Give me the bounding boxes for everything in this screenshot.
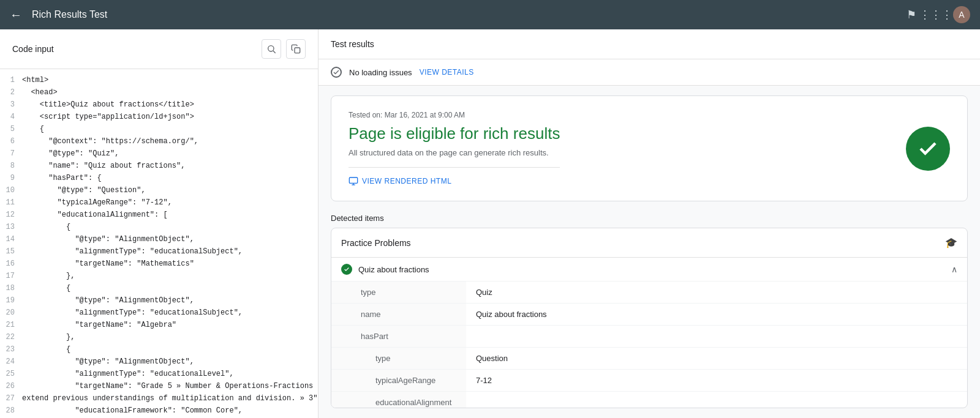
quiz-item-label: Quiz about fractions — [358, 265, 945, 274]
line-number: 27 — [0, 392, 22, 405]
app-title: Rich Results Test — [32, 9, 897, 20]
data-row-val — [466, 392, 967, 408]
data-row-key: typicalAgeRange — [331, 370, 466, 391]
code-line: 24 "@type": "AlignmentObject", — [0, 356, 318, 368]
line-content: "@type": "Quiz", — [22, 147, 318, 160]
detected-items-label: Detected items — [331, 214, 968, 223]
flag-icon[interactable]: ⚑ — [904, 7, 919, 22]
code-line: 23 { — [0, 343, 318, 356]
line-number: 12 — [0, 209, 22, 221]
line-number: 3 — [0, 99, 22, 111]
code-line: 26 "targetName": "Grade 5 » Number & Ope… — [0, 380, 318, 392]
line-number: 1 — [0, 74, 22, 86]
code-line: 15 "alignmentType": "educationalSubject"… — [0, 245, 318, 258]
line-number: 13 — [0, 221, 22, 233]
line-content: }, — [22, 331, 318, 343]
quiz-item-row[interactable]: Quiz about fractions ∧ — [331, 258, 967, 282]
code-line: 2 <head> — [0, 86, 318, 99]
result-card-content: Tested on: Mar 16, 2021 at 9:00 AM Page … — [349, 111, 560, 186]
line-content: "@type": "AlignmentObject", — [22, 356, 318, 368]
line-content: "hasPart": { — [22, 172, 318, 184]
line-content: "@type": "Question", — [22, 184, 318, 196]
line-content: <head> — [22, 86, 318, 99]
line-number: 21 — [0, 319, 22, 331]
topbar: ← Rich Results Test ⚑ ⋮⋮⋮ A — [0, 0, 980, 29]
line-number: 14 — [0, 233, 22, 245]
line-number: 5 — [0, 123, 22, 135]
line-number: 7 — [0, 147, 22, 160]
view-details-link[interactable]: VIEW DETAILS — [420, 68, 474, 77]
line-number: 11 — [0, 196, 22, 209]
line-number: 6 — [0, 135, 22, 147]
monitor-icon — [349, 176, 358, 186]
data-row-key: educationalAlignment — [331, 392, 466, 408]
search-button[interactable] — [262, 39, 281, 59]
line-content: "@type": "AlignmentObject", — [22, 294, 318, 307]
line-content: "@type": "AlignmentObject", — [22, 233, 318, 245]
line-number: 18 — [0, 282, 22, 294]
line-content: "name": "Quiz about fractions", — [22, 160, 318, 172]
test-results-header: Test results — [318, 29, 980, 59]
line-content: "alignmentType": "educationalSubject", — [22, 245, 318, 258]
line-content: { — [22, 343, 318, 356]
table-row: hasPart — [331, 326, 967, 348]
topbar-icons: ⚑ ⋮⋮⋮ A — [904, 6, 970, 23]
line-number: 24 — [0, 356, 22, 368]
grid-icon[interactable]: ⋮⋮⋮ — [929, 7, 943, 22]
data-row-val: 7-12 — [466, 370, 967, 391]
line-number: 2 — [0, 86, 22, 99]
tested-on-text: Tested on: Mar 16, 2021 at 9:00 AM — [349, 111, 560, 119]
line-content: { — [22, 123, 318, 135]
back-button[interactable]: ← — [10, 8, 22, 22]
search-icon — [266, 44, 276, 54]
line-content: extend previous understandings of multip… — [22, 392, 318, 405]
svg-rect-3 — [349, 177, 357, 183]
line-number: 28 — [0, 405, 22, 417]
line-content: "alignmentType": "educationalLevel", — [22, 368, 318, 380]
result-description: All structured data on the page can gene… — [349, 148, 560, 157]
data-row-key: hasPart — [331, 326, 466, 347]
view-rendered-html-label: VIEW RENDERED HTML — [362, 177, 451, 185]
practice-problems-header: Practice Problems🎓 — [331, 228, 967, 258]
code-line: 17 }, — [0, 270, 318, 282]
code-line: 3 <title>Quiz about fractions</title> — [0, 99, 318, 111]
svg-line-1 — [273, 51, 276, 53]
chevron-up-icon[interactable]: ∧ — [951, 264, 957, 274]
code-line: 7 "@type": "Quiz", — [0, 147, 318, 160]
checkmark-icon — [917, 138, 939, 160]
code-input-label: Code input — [12, 44, 54, 54]
code-line: 8 "name": "Quiz about fractions", — [0, 160, 318, 172]
code-line: 19 "@type": "AlignmentObject", — [0, 294, 318, 307]
line-number: 10 — [0, 184, 22, 196]
line-number: 20 — [0, 307, 22, 319]
code-line: 6 "@context": "https://schema.org/", — [0, 135, 318, 147]
code-line: 21 "targetName": "Algebra" — [0, 319, 318, 331]
view-rendered-html-link[interactable]: VIEW RENDERED HTML — [349, 167, 560, 186]
detected-card: Practice Problems🎓 Quiz about fractions … — [331, 228, 968, 408]
copy-button[interactable] — [286, 39, 306, 59]
line-number: 17 — [0, 270, 22, 282]
item-check-icon — [341, 264, 352, 275]
line-content: "alignmentType": "educationalSubject", — [22, 307, 318, 319]
line-number: 4 — [0, 111, 22, 123]
code-editor[interactable]: 1<html>2 <head>3 <title>Quiz about fract… — [0, 69, 318, 418]
result-check-container — [906, 127, 950, 171]
line-number: 26 — [0, 380, 22, 392]
code-line: 9 "hasPart": { — [0, 172, 318, 184]
line-number: 9 — [0, 172, 22, 184]
line-content: "targetName": "Algebra" — [22, 319, 318, 331]
avatar[interactable]: A — [953, 6, 970, 23]
line-content: "targetName": "Mathematics" — [22, 258, 318, 270]
graduation-icon: 🎓 — [945, 237, 957, 248]
svg-point-0 — [268, 46, 274, 51]
status-check-icon — [331, 67, 342, 78]
line-number: 15 — [0, 245, 22, 258]
data-row-val: Question — [466, 348, 967, 369]
copy-icon — [291, 44, 301, 54]
code-line: 11 "typicalAgeRange": "7-12", — [0, 196, 318, 209]
line-content: "targetName": "Grade 5 » Number & Operat… — [22, 380, 318, 392]
line-number: 19 — [0, 294, 22, 307]
code-line: 5 { — [0, 123, 318, 135]
result-title: Page is eligible for rich results — [349, 124, 560, 143]
practice-problems-title: Practice Problems — [341, 238, 411, 248]
